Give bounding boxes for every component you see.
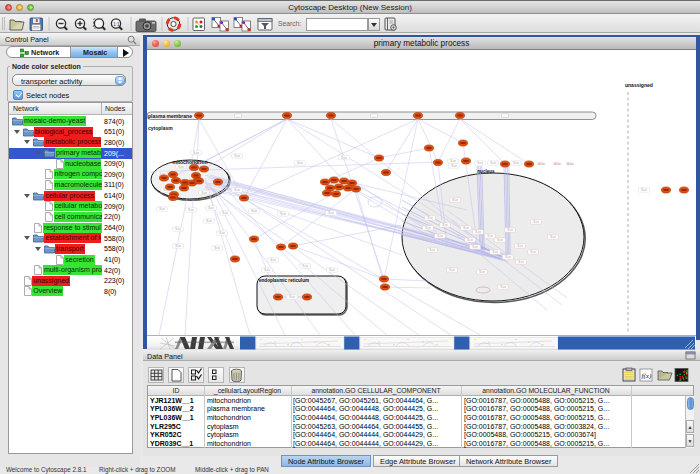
svg-text:S.ce: S.ce bbox=[302, 264, 308, 268]
svg-text:S.ce: S.ce bbox=[467, 238, 473, 242]
svg-text:S.ce: S.ce bbox=[641, 188, 647, 192]
svg-text:S.ce: S.ce bbox=[500, 285, 506, 289]
svg-text:S.ce: S.ce bbox=[193, 151, 199, 155]
svg-text:S.ce: S.ce bbox=[477, 161, 483, 165]
svg-text:S.ce: S.ce bbox=[490, 161, 496, 165]
svg-text:S.ce: S.ce bbox=[463, 226, 469, 230]
svg-text:S.ce: S.ce bbox=[234, 188, 240, 192]
svg-text:S.ce: S.ce bbox=[289, 295, 295, 299]
svg-text:S.ce: S.ce bbox=[270, 258, 276, 262]
svg-text:S.ce: S.ce bbox=[201, 191, 207, 195]
svg-text:S.ce: S.ce bbox=[206, 219, 212, 223]
svg-text:S.ce: S.ce bbox=[328, 211, 334, 215]
svg-text:S.ce: S.ce bbox=[472, 245, 478, 249]
svg-text:endoplasmic reticulum: endoplasmic reticulum bbox=[259, 278, 309, 283]
svg-text:S.ce: S.ce bbox=[517, 244, 523, 248]
svg-text:S.ce: S.ce bbox=[425, 226, 431, 230]
svg-text:mitochondrion: mitochondrion bbox=[173, 159, 208, 165]
svg-text:S.ce: S.ce bbox=[550, 235, 556, 239]
svg-text:1:1: 1:1 bbox=[113, 22, 120, 27]
svg-text:S.ce: S.ce bbox=[188, 208, 194, 212]
svg-text:S.ce: S.ce bbox=[208, 206, 214, 210]
svg-text:S.ce: S.ce bbox=[427, 216, 433, 220]
svg-text:S.ce: S.ce bbox=[497, 238, 503, 242]
svg-text:S.ce: S.ce bbox=[507, 228, 513, 232]
svg-text:cytoplasm: cytoplasm bbox=[148, 125, 173, 131]
svg-text:S.ce: S.ce bbox=[429, 248, 435, 252]
svg-text:S.ce: S.ce bbox=[452, 198, 458, 202]
svg-text:S.ce: S.ce bbox=[341, 156, 347, 160]
svg-text:S.ce: S.ce bbox=[280, 212, 286, 216]
svg-text:S.ce: S.ce bbox=[219, 231, 225, 235]
svg-text:S.ce: S.ce bbox=[533, 220, 539, 224]
svg-text:S.ce: S.ce bbox=[442, 223, 448, 227]
svg-text:unassigned: unassigned bbox=[625, 82, 653, 88]
svg-text:GOxx: GOxx bbox=[553, 162, 561, 166]
svg-text:f(x): f(x) bbox=[642, 372, 652, 380]
svg-text:S.ce: S.ce bbox=[449, 268, 455, 272]
svg-text:S.ce: S.ce bbox=[159, 207, 165, 211]
svg-text:S.ce: S.ce bbox=[175, 227, 181, 231]
svg-text:S.ce: S.ce bbox=[530, 250, 536, 254]
svg-text:S.ce: S.ce bbox=[329, 268, 335, 272]
svg-text:S.ce: S.ce bbox=[475, 230, 481, 234]
svg-text:S.ce: S.ce bbox=[479, 270, 485, 274]
svg-text:S.ce: S.ce bbox=[264, 268, 270, 272]
svg-text:S.ce: S.ce bbox=[178, 165, 184, 169]
svg-text:GOxx: GOxx bbox=[566, 162, 574, 166]
svg-text:S.ce: S.ce bbox=[251, 209, 257, 213]
svg-text:S.ce: S.ce bbox=[518, 260, 524, 264]
svg-text:S.ce: S.ce bbox=[492, 250, 498, 254]
svg-text:S.ce: S.ce bbox=[451, 164, 457, 168]
svg-text:S.ce: S.ce bbox=[175, 244, 181, 248]
svg-text:S.ce: S.ce bbox=[214, 246, 220, 250]
svg-text:S.ce: S.ce bbox=[437, 234, 443, 238]
svg-text:S.ce: S.ce bbox=[234, 154, 240, 158]
svg-text:GOxx: GOxx bbox=[537, 162, 545, 166]
svg-text:S.ce: S.ce bbox=[513, 161, 519, 165]
svg-text:S.ce: S.ce bbox=[505, 255, 511, 259]
svg-text:S.ce: S.ce bbox=[450, 159, 456, 163]
svg-text:nucleus: nucleus bbox=[477, 169, 495, 174]
svg-text:S.ce: S.ce bbox=[222, 211, 228, 215]
svg-text:S.ce: S.ce bbox=[487, 234, 493, 238]
svg-text:plasma membrane: plasma membrane bbox=[148, 113, 192, 119]
svg-text:S.ce: S.ce bbox=[297, 161, 303, 165]
